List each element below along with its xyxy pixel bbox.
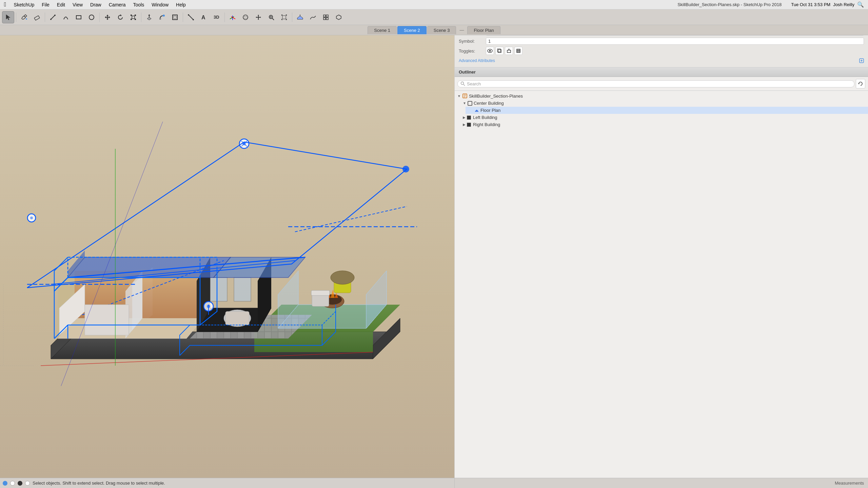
pan-tool[interactable] [252,11,264,23]
root-chevron: ▼ [457,94,461,98]
line-tool[interactable] [47,11,59,23]
svg-line-86 [295,206,407,232]
svg-point-117 [461,82,464,85]
menu-sketchup[interactable]: SketchUp [11,1,38,8]
menu-edit[interactable]: Edit [54,1,68,8]
tab-scene1[interactable]: Scene 1 [368,26,397,34]
toolbar-sep-6 [224,13,225,22]
svg-marker-88 [85,305,129,335]
menu-help[interactable]: Help [173,1,189,8]
eraser-tool[interactable] [31,11,43,23]
outliner-refresh-button[interactable] [856,79,865,88]
svg-point-106 [489,50,491,52]
svg-text:A: A [201,15,205,20]
svg-rect-40 [326,18,328,20]
orbit-tool[interactable] [239,11,252,23]
menu-tools[interactable]: Tools [130,1,148,8]
rotate-tool[interactable] [114,11,126,23]
advanced-attributes-toggle[interactable]: Advanced Attributes [459,57,864,64]
tape-measure-tool[interactable] [185,11,197,23]
3d-text-tool[interactable]: 3D [211,11,223,23]
tab-floor-plan[interactable]: Floor Plan [467,26,500,34]
text-tool[interactable]: A [198,11,210,23]
components-tool[interactable] [320,11,332,23]
section-plane-tool[interactable] [294,11,306,23]
toolbar-sep-1 [16,13,16,22]
circle-tool[interactable] [85,11,98,23]
toolbar-sep-7 [292,13,292,22]
tree-label-root: SkillBuilder_Section-Planes [469,94,523,99]
svg-rect-15 [159,18,161,20]
tree-item-center[interactable]: ▼ Center Building [460,100,868,107]
tree-item-floor-plan[interactable]: Floor Plan [466,107,868,114]
svg-rect-124 [468,101,472,105]
zoom-extents-tool[interactable] [278,11,290,23]
adv-attr-expand-icon [859,58,864,63]
search-input-container[interactable]: Search [457,80,854,87]
search-icon[interactable]: 🔍 [857,1,864,8]
symbol-input[interactable]: 1 [486,38,864,45]
tab-scene3[interactable]: Scene 3 [427,26,456,34]
menu-file[interactable]: File [38,1,53,8]
outliner-panel: Outliner Search ▼ [455,67,868,488]
offset-tool[interactable] [169,11,181,23]
menu-window[interactable]: Window [148,1,172,8]
visibility-toggle[interactable] [486,47,494,55]
menu-draw[interactable]: Draw [87,1,105,8]
scale-tool[interactable] [127,11,139,23]
svg-point-3 [50,19,52,20]
svg-rect-62 [210,278,227,301]
tree-item-right[interactable]: ▶ Right Building [460,121,868,128]
scenes-bar: Scene 1 Scene 2 Scene 3 — Floor Plan [0,25,868,35]
refresh-icon [858,81,863,86]
paint-tool[interactable] [18,11,30,23]
axes-tool[interactable] [226,11,239,23]
outliner-tree: ▼ SkillBuilder_Section-Planes ▼ Center B… [455,91,868,488]
datetime: Tue Oct 31 3:53 PM [791,2,830,7]
section-fill-toggle[interactable] [514,47,522,55]
status-indicator-2 [10,481,15,486]
active-section-toggle[interactable] [505,47,513,55]
push-pull-tool[interactable] [143,11,155,23]
menu-view[interactable]: View [69,1,86,8]
status-bar: Select objects. Shift to extend select. … [0,478,454,488]
arc-tool[interactable] [60,11,72,23]
right-panel: Entity Info Section Plane Layer: Layer0 … [454,0,868,488]
measurements-bar: Measurements [454,478,868,488]
svg-point-26 [243,16,248,18]
tree-item-root[interactable]: ▼ SkillBuilder_Section-Planes [455,92,868,100]
select-tool[interactable] [2,11,14,23]
toolbar-sep-3 [99,13,100,22]
tree-label-right: Right Building [473,122,500,127]
left-chevron: ▶ [463,116,466,119]
username: Josh Reilly [833,2,854,7]
menu-camera[interactable]: Camera [105,1,129,8]
toolbar: A 3D [0,9,868,25]
svg-point-25 [243,15,248,20]
canvas[interactable] [0,35,454,478]
left-building-color [467,116,471,120]
tree-item-left[interactable]: ▶ Left Building [460,114,868,121]
move-tool[interactable] [101,11,114,23]
svg-rect-5 [76,16,81,19]
svg-rect-10 [135,15,136,16]
rectangle-tool[interactable] [73,11,85,23]
sandbox-tool[interactable] [307,11,319,23]
follow-me-tool[interactable] [156,11,168,23]
svg-marker-111 [508,48,510,49]
building-scene [0,35,454,478]
toolbar-sep-5 [183,13,183,22]
adv-attr-label: Advanced Attributes [459,58,495,63]
svg-line-32 [272,18,274,20]
svg-point-14 [163,15,165,17]
outliner-header: Outliner [455,67,868,77]
svg-rect-109 [507,50,511,53]
zoom-tool[interactable] [265,11,277,23]
solid-tools[interactable] [333,11,345,23]
center-chevron: ▼ [463,101,466,105]
svg-rect-107 [498,49,501,53]
tab-scene2[interactable]: Scene 2 [397,26,427,34]
apple-logo[interactable]:  [4,1,6,8]
copy-toggle[interactable] [495,47,504,55]
svg-rect-99 [311,290,330,296]
